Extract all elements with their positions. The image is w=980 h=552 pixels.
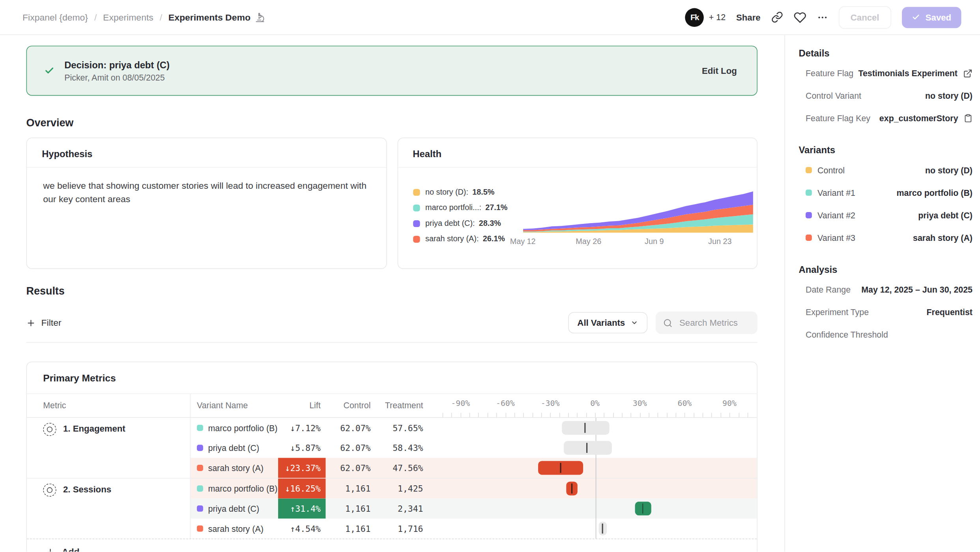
axis-tick — [496, 413, 497, 417]
heart-icon[interactable] — [794, 11, 806, 24]
table-header: Metric Variant Name Lift Control Treatme… — [27, 394, 757, 418]
breadcrumb-separator: / — [94, 12, 97, 22]
search-input[interactable] — [678, 317, 750, 329]
edit-log-button[interactable]: Edit Log — [702, 66, 737, 75]
table-row[interactable]: priya debt (C)↓5.87%62.07%58.43% — [191, 438, 757, 458]
treatment-value: 2,341 — [376, 503, 428, 513]
clipboard-icon[interactable] — [964, 114, 973, 122]
results-heading: Results — [26, 285, 757, 298]
axis-tick — [649, 413, 649, 417]
variant-row: Controlno story (D) — [799, 159, 973, 181]
collaborator-count[interactable]: + 12 — [709, 13, 726, 22]
legend-item: marco portfoli...: 27.1% — [413, 203, 523, 212]
axis-tick — [739, 413, 739, 417]
axis-tick — [505, 413, 506, 417]
x-tick-label: May 12 — [510, 237, 536, 246]
breadcrumb-page[interactable]: Experiments Demo — [168, 12, 265, 22]
variant-label: Variant #2 — [817, 210, 855, 220]
share-button[interactable]: Share — [736, 12, 761, 22]
breadcrumb-section[interactable]: Experiments — [103, 12, 153, 22]
axis-tick — [532, 413, 533, 417]
table-row[interactable]: priya debt (C)↑31.4%1,1612,341 — [191, 499, 757, 519]
more-options-icon[interactable] — [817, 11, 828, 23]
breadcrumb-app[interactable]: Fixpanel {demo} — [22, 12, 88, 22]
search-box[interactable] — [656, 312, 757, 334]
axis-tick — [729, 413, 730, 417]
lift-value: ↓23.37% — [278, 458, 325, 478]
analysis-row-date-range: Date Range May 12, 2025 – Jun 30, 2025 — [799, 278, 973, 301]
axis-tick — [747, 413, 748, 417]
variant-swatch — [197, 485, 203, 492]
health-x-axis: May 12May 26Jun 9Jun 23 — [523, 237, 753, 248]
point-estimate-marker — [642, 503, 643, 513]
variant-row: Variant #1marco portfolio (B) — [799, 181, 973, 204]
confidence-interval-cell — [428, 499, 757, 519]
treatment-value: 47.56% — [376, 463, 428, 473]
metric-group: 2. Sessionsmarco portfolio (B)↓16.25%1,1… — [27, 478, 757, 539]
health-legend: no story (D): 18.5%marco portfoli...: 27… — [413, 188, 523, 248]
axis-tick — [460, 413, 461, 417]
variant-swatch — [197, 445, 203, 451]
lift-value: ↓7.12% — [278, 418, 325, 438]
ci-axis: -90%-60%-30%0%30%60%90% — [428, 394, 757, 417]
topbar-actions: Fk + 12 Share Cancel Saved — [685, 6, 961, 28]
primary-metrics-card: Primary Metrics Metric Variant Name Lift… — [26, 362, 757, 552]
axis-tick — [541, 413, 542, 417]
x-tick-label: Jun 23 — [708, 237, 731, 246]
metric-cell[interactable]: 1. Engagement — [27, 418, 191, 478]
details-sidebar: Details Feature Flag Testimonials Experi… — [784, 35, 980, 552]
variant-swatch — [806, 167, 812, 173]
top-bar: Fixpanel {demo} / Experiments / Experime… — [0, 0, 980, 35]
lift-value: ↓5.87% — [278, 438, 325, 458]
variants-dropdown-value: All Variants — [577, 318, 625, 328]
treatment-value: 1,716 — [376, 524, 428, 533]
health-card: Health no story (D): 18.5%marco portfoli… — [397, 138, 757, 269]
control-value: 62.07% — [325, 463, 376, 473]
axis-tick-label: 0% — [590, 398, 600, 408]
avatar-initials: Fk — [690, 13, 699, 22]
hypothesis-title: Hypothesis — [27, 138, 386, 167]
add-filter-button[interactable]: Filter — [26, 318, 62, 328]
add-label: Add — [62, 547, 80, 552]
cancel-button[interactable]: Cancel — [839, 6, 891, 28]
point-estimate-marker — [571, 484, 572, 494]
add-metric-button[interactable]: Add — [27, 539, 757, 552]
axis-tick — [658, 413, 658, 417]
axis-tick-label: 90% — [722, 398, 737, 408]
variants-heading: Variants — [799, 145, 973, 155]
column-header-control: Control — [325, 401, 376, 410]
axis-tick — [523, 413, 524, 417]
variant-swatch — [197, 425, 203, 431]
axis-tick — [685, 413, 685, 417]
detail-label: Feature Flag — [799, 68, 854, 78]
metric-name: 1. Engagement — [63, 422, 125, 434]
feature-flag-value[interactable]: Testimonials Experiment — [858, 68, 958, 78]
variants-dropdown[interactable]: All Variants — [568, 312, 648, 334]
avatar[interactable]: Fk — [685, 8, 704, 27]
analysis-label: Experiment Type — [799, 308, 869, 317]
plus-icon — [26, 318, 36, 328]
metric-target-icon — [43, 423, 56, 436]
metric-name: 2. Sessions — [63, 483, 111, 494]
table-row[interactable]: sarah story (A)↑4.54%1,1611,716 — [191, 518, 757, 539]
table-row[interactable]: marco portfolio (B)↓7.12%62.07%57.65% — [191, 418, 757, 438]
confidence-interval-cell — [428, 438, 757, 458]
variant-value: marco portfolio (B) — [897, 188, 973, 197]
link-icon[interactable] — [771, 11, 783, 23]
confidence-interval-bar — [562, 421, 610, 435]
legend-swatch — [413, 189, 419, 195]
axis-tick — [622, 413, 623, 417]
saved-button[interactable]: Saved — [902, 7, 961, 28]
metric-cell[interactable]: 2. Sessions — [27, 479, 191, 539]
table-row[interactable]: sarah story (A)↓23.37%62.07%47.56% — [191, 458, 757, 478]
control-value: 1,161 — [325, 524, 376, 533]
axis-tick — [568, 413, 569, 417]
axis-tick — [487, 413, 488, 417]
analysis-row-experiment-type: Experiment Type Frequentist — [799, 301, 973, 323]
point-estimate-marker — [560, 463, 561, 473]
external-link-icon[interactable] — [963, 68, 973, 78]
lift-value: ↑31.4% — [278, 499, 325, 519]
table-body: 1. Engagementmarco portfolio (B)↓7.12%62… — [27, 418, 757, 539]
table-row[interactable]: marco portfolio (B)↓16.25%1,1611,425 — [191, 479, 757, 499]
variant-row: Variant #2priya debt (C) — [799, 204, 973, 226]
